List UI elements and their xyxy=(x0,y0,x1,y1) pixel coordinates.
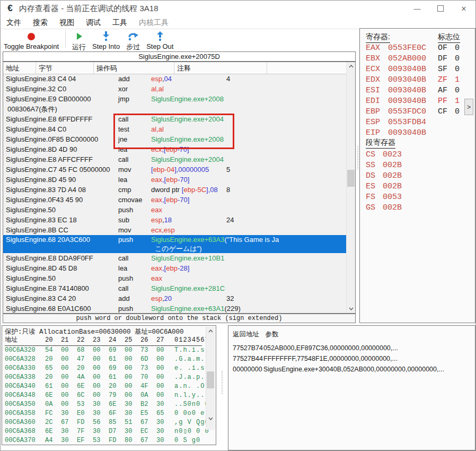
hex-byte[interactable]: 00 xyxy=(125,382,140,391)
menu-item-view[interactable]: 视图 xyxy=(54,18,80,28)
hex-byte[interactable]: 30 xyxy=(125,400,140,409)
hex-byte[interactable]: 20 xyxy=(45,355,61,364)
hex-byte[interactable]: 00 xyxy=(93,346,109,355)
maximize-button[interactable] xyxy=(429,1,452,16)
minimize-button[interactable]: — xyxy=(406,1,429,16)
segment-register-row-cs[interactable]: CS0023 xyxy=(366,150,402,160)
hex-byte[interactable]: 47 xyxy=(77,355,93,364)
hex-byte[interactable]: 00 xyxy=(61,400,77,409)
hex-row[interactable]: 00C6A3282000470061006D00 .G.a.m. xyxy=(5,355,209,364)
hex-row[interactable]: 00C6A3486E006C0079000A00n.l.y... xyxy=(5,391,209,400)
menu-item-debug[interactable]: 调试 xyxy=(80,18,107,28)
hex-byte[interactable]: EC xyxy=(140,427,156,436)
hex-byte[interactable]: 69 xyxy=(109,364,125,373)
hex-byte[interactable]: 20 xyxy=(109,382,125,391)
step-into-button[interactable]: Step Into xyxy=(89,29,123,50)
disasm-row[interactable]: SiglusEngine.E9 CB000000jmpSiglusEngine.… xyxy=(3,94,347,104)
scroll-down-button[interactable] xyxy=(206,414,215,423)
hex-byte[interactable]: 54 xyxy=(45,346,61,355)
hex-byte[interactable]: 69 xyxy=(109,346,125,355)
disasm-row[interactable]: SiglusEngine.8D 45 D8leaeax,[ebp-28] xyxy=(3,263,347,273)
hex-byte[interactable]: 61 xyxy=(109,373,125,382)
segment-register-row-es[interactable]: ES002B xyxy=(366,181,402,192)
hex-byte[interactable]: D7 xyxy=(109,427,125,436)
hex-byte[interactable]: 67 xyxy=(140,436,156,445)
hex-byte[interactable]: 30 xyxy=(61,427,77,436)
disasm-row[interactable]: SiglusEngine.68 E0A1C600pushSiglusEngine… xyxy=(3,303,347,313)
hex-byte[interactable]: 30 xyxy=(125,427,140,436)
register-row-esp[interactable]: ESP0553FDB4 xyxy=(366,117,426,128)
hex-byte[interactable]: 4A xyxy=(77,373,93,382)
hex-byte[interactable]: 6E xyxy=(45,391,61,400)
hex-byte[interactable]: 30 xyxy=(93,409,109,418)
scroll-up-button[interactable] xyxy=(206,327,215,335)
hex-row[interactable]: 00C6A3500A0053306E30B230..S0n0 0 xyxy=(5,400,209,409)
hex-byte[interactable]: 20 xyxy=(77,364,93,373)
disasm-row[interactable]: SiglusEngine.32 C0xoral,al xyxy=(3,84,347,94)
hex-byte[interactable]: 30 xyxy=(93,427,109,436)
hex-byte[interactable]: 30 xyxy=(61,436,77,445)
hex-byte[interactable]: A4 xyxy=(45,436,61,445)
hex-byte[interactable]: 61 xyxy=(45,382,61,391)
register-row-eip[interactable]: EIP0093040B xyxy=(366,128,426,138)
hex-byte[interactable]: 00 xyxy=(156,382,172,391)
hex-row[interactable]: 00C6A3205400680069007300T.h.i.s. xyxy=(5,346,209,355)
address-bar[interactable]: SiglusEngine.exe+20075D xyxy=(3,51,356,62)
hex-byte[interactable]: 00 xyxy=(156,355,172,364)
hex-byte[interactable]: 73 xyxy=(140,364,156,373)
hex-byte[interactable]: 56 xyxy=(93,418,109,427)
hex-byte[interactable]: 00 xyxy=(61,373,77,382)
hex-byte[interactable]: FD xyxy=(109,436,125,445)
hex-byte[interactable]: 53 xyxy=(77,400,93,409)
highlighted-row[interactable]: SiglusEngine.68 20A3C600pushSiglusEngine… xyxy=(3,235,347,253)
hex-byte[interactable]: 00 xyxy=(156,364,172,373)
flag-row-of[interactable]: OF0 xyxy=(438,43,460,54)
hex-byte[interactable]: 65 xyxy=(45,364,61,373)
column-header-0[interactable]: 地址 xyxy=(3,62,36,74)
hex-byte[interactable]: 79 xyxy=(109,391,125,400)
disasm-row[interactable]: SiglusEngine.83 C4 04addesp,044 xyxy=(3,74,347,84)
segment-register-row-gs[interactable]: GS002B xyxy=(366,203,402,213)
disasm-row[interactable]: SiglusEngine.83 7D A4 08cmpdword ptr [eb… xyxy=(3,185,347,195)
disasm-row[interactable]: SiglusEngine.50pusheax xyxy=(3,205,347,215)
hex-row[interactable]: 00C6A33820004A0061007000 .J.a.p. xyxy=(5,373,209,382)
hex-byte[interactable]: 30 xyxy=(156,418,172,427)
flag-row-sf[interactable]: SF0 xyxy=(438,64,460,75)
register-row-edx[interactable]: EDX0093040B xyxy=(366,75,426,85)
disasm-row[interactable]: SiglusEngine.50pusheax xyxy=(3,273,347,283)
disasm-row[interactable]: SiglusEngine.C7 45 FC 05000000mov[ebp-04… xyxy=(3,164,347,175)
hex-byte[interactable]: 00 xyxy=(156,346,172,355)
hex-byte[interactable]: 85 xyxy=(109,418,125,427)
disasm-row[interactable]: SiglusEngine.8D 45 90leaeax,[ebp-70] xyxy=(3,175,347,185)
hex-byte[interactable]: 00 xyxy=(93,373,109,382)
run-button[interactable]: 运行 xyxy=(69,29,89,52)
hex-byte[interactable]: 70 xyxy=(140,373,156,382)
hex-byte[interactable]: 00 xyxy=(156,373,172,382)
hex-row[interactable]: 00C6A3686E307F30D730EC30n0▯0 0 0 xyxy=(5,427,209,436)
label-row[interactable]: 008306A7(条件) xyxy=(3,104,347,114)
register-row-esi[interactable]: ESI0093040B xyxy=(366,85,426,96)
step-over-button[interactable]: 步过 xyxy=(123,29,143,52)
hex-byte[interactable]: B2 xyxy=(140,400,156,409)
hex-byte[interactable]: E0 xyxy=(77,409,93,418)
disasm-row[interactable]: SiglusEngine.8B CCmovecx,esp xyxy=(3,225,347,235)
hex-row[interactable]: 00C6A3602C67FD5685516730,g V Qg0 xyxy=(5,418,209,427)
hex-byte[interactable]: E5 xyxy=(140,409,156,418)
disasm-row[interactable]: SiglusEngine.E8 AFFCFFFFcallSiglusEngine… xyxy=(3,154,347,164)
hex-byte[interactable]: 00 xyxy=(93,391,109,400)
hex-byte[interactable]: 00 xyxy=(61,346,77,355)
segment-register-row-fs[interactable]: FS0053 xyxy=(366,192,402,203)
register-row-eax[interactable]: EAX0553FE0C xyxy=(366,43,426,54)
column-header-2[interactable]: 操作码 xyxy=(94,62,174,74)
menu-item-search[interactable]: 搜索 xyxy=(27,18,54,28)
register-row-edi[interactable]: EDI0093040B xyxy=(366,96,426,107)
hex-byte[interactable]: 6E xyxy=(77,382,93,391)
hex-row[interactable]: 00C6A34061006E0020004F00a.n. .O. xyxy=(5,382,209,391)
hex-byte[interactable]: FC xyxy=(45,409,61,418)
register-row-ebx[interactable]: EBX052AB000 xyxy=(366,54,426,64)
hex-byte[interactable]: 30 xyxy=(156,400,172,409)
hex-byte[interactable]: 6F xyxy=(109,409,125,418)
scroll-down-button[interactable] xyxy=(347,305,355,313)
register-row-ebp[interactable]: EBP0553FDC0 xyxy=(366,107,426,117)
hex-byte[interactable]: 6E xyxy=(45,427,61,436)
